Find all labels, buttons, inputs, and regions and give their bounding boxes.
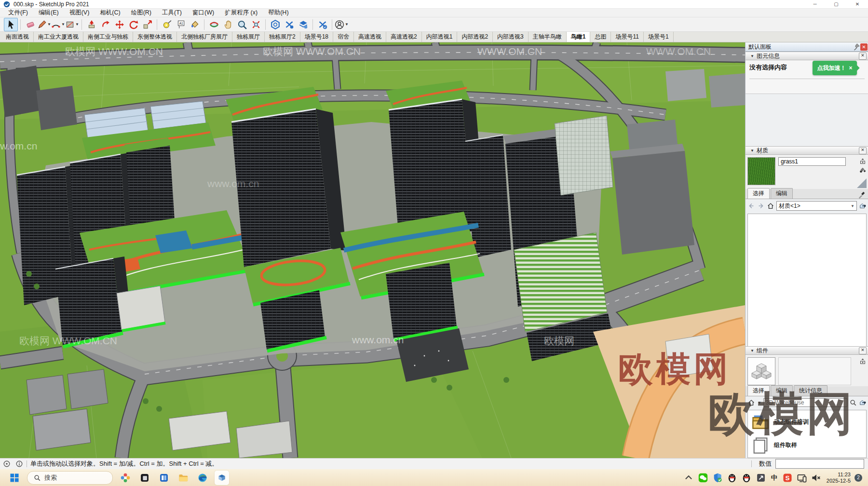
close-button[interactable]: ✕ bbox=[847, 0, 868, 8]
components-close-button[interactable]: ✕ bbox=[859, 347, 867, 354]
defender-icon[interactable] bbox=[712, 472, 723, 484]
components-search-input[interactable] bbox=[763, 398, 847, 407]
photos-app-icon[interactable] bbox=[118, 471, 133, 485]
accelerate-toast[interactable]: 点我加速！ × bbox=[813, 61, 857, 75]
list-item[interactable]: 动态组件培训 bbox=[748, 410, 866, 433]
taskbar-search[interactable]: 搜索 bbox=[27, 471, 113, 485]
chevron-down-icon[interactable]: ▼ bbox=[345, 22, 349, 27]
scene-tab-1[interactable]: 南工业大厦透视 bbox=[34, 32, 83, 42]
forward-arrow-icon[interactable] bbox=[757, 202, 765, 210]
material-name-input[interactable] bbox=[778, 157, 846, 166]
scene-tab-6[interactable]: 独栋展厅2 bbox=[265, 32, 300, 42]
component-preview-thumbnail[interactable] bbox=[747, 357, 775, 385]
scene-tab-9[interactable]: 高速透视 bbox=[354, 32, 386, 42]
components-tab-select[interactable]: 选择 bbox=[747, 385, 770, 396]
menu-item-6[interactable]: 窗口(W) bbox=[187, 9, 219, 17]
paint-bucket-tool-button[interactable] bbox=[188, 18, 202, 31]
orbit-tool-button[interactable] bbox=[207, 18, 221, 31]
components-tab-edit[interactable]: 编辑 bbox=[771, 385, 793, 396]
menu-item-7[interactable]: 扩展程序 (x) bbox=[219, 9, 263, 17]
scene-tab-11[interactable]: 内部透视1 bbox=[422, 32, 458, 42]
scene-tab-18[interactable]: 场景号1 bbox=[644, 32, 674, 42]
volume-muted-icon[interactable] bbox=[811, 472, 822, 484]
pan-tool-button[interactable] bbox=[221, 18, 235, 31]
push-pull-tool-button[interactable] bbox=[84, 18, 98, 31]
eraser-tool-button[interactable] bbox=[23, 18, 37, 31]
materials-tab-edit[interactable]: 编辑 bbox=[771, 188, 793, 199]
start-button[interactable] bbox=[7, 471, 22, 485]
line-tool-button[interactable]: ▼ bbox=[37, 18, 51, 31]
tray-header[interactable]: 默认面板 ✕ bbox=[746, 42, 868, 52]
list-item[interactable]: 组件取样 bbox=[748, 433, 866, 457]
tape-measure-tool-button[interactable] bbox=[160, 18, 174, 31]
wechat-icon[interactable] bbox=[697, 472, 709, 484]
in-model-icon[interactable] bbox=[859, 202, 867, 210]
menu-item-4[interactable]: 绘图(R) bbox=[126, 9, 157, 17]
menu-item-0[interactable]: 文件(F) bbox=[3, 9, 33, 17]
select-tool-button[interactable] bbox=[4, 18, 18, 31]
material-preview-thumbnail[interactable] bbox=[747, 157, 775, 185]
scale-tool-button[interactable] bbox=[140, 18, 154, 31]
create-material-icon[interactable] bbox=[859, 166, 867, 174]
zoom-tool-button[interactable] bbox=[235, 18, 249, 31]
display-secondary-pane-icon[interactable] bbox=[859, 357, 867, 365]
sogou-icon[interactable]: S bbox=[782, 472, 793, 484]
scene-tab-0[interactable]: 南面透视 bbox=[1, 32, 34, 42]
entity-info-header[interactable]: ▼ 图元信息 ✕ bbox=[746, 52, 868, 60]
scene-tab-13[interactable]: 内部透视3 bbox=[493, 32, 529, 42]
plugin-gear-tool-button[interactable] bbox=[315, 18, 329, 31]
materials-header[interactable]: ▼ 材质 ✕ bbox=[746, 146, 868, 155]
home-icon[interactable] bbox=[767, 202, 774, 210]
search-icon[interactable] bbox=[849, 399, 857, 406]
notification-badge[interactable]: 2 bbox=[854, 474, 862, 482]
tray-overflow-icon[interactable] bbox=[683, 472, 694, 484]
in-model-icon[interactable] bbox=[859, 399, 867, 406]
cast-icon[interactable] bbox=[796, 472, 808, 484]
qq-icon[interactable] bbox=[726, 472, 738, 484]
sketchup-app-icon[interactable] bbox=[215, 471, 229, 485]
chevron-down-icon[interactable]: ▼ bbox=[47, 22, 51, 27]
components-list[interactable]: 动态组件培训 组件取样 bbox=[747, 410, 867, 458]
plugin-scissors-tool-button[interactable] bbox=[282, 18, 296, 31]
maximize-button[interactable]: ▢ bbox=[826, 0, 847, 8]
scene-tab-7[interactable]: 场景号18 bbox=[300, 32, 333, 42]
geolocation-icon[interactable] bbox=[3, 460, 11, 468]
edge-browser-icon[interactable] bbox=[195, 471, 210, 485]
menu-item-8[interactable]: 帮助(H) bbox=[263, 9, 294, 17]
materials-collection-dropdown[interactable]: 材质<1> ▼ bbox=[776, 201, 857, 211]
clock[interactable]: 11:23 2025-12-5 bbox=[827, 472, 851, 484]
home-icon[interactable] bbox=[747, 399, 755, 406]
toast-close-icon[interactable]: × bbox=[849, 65, 852, 71]
snip-tool-icon[interactable] bbox=[755, 472, 767, 484]
info-icon[interactable] bbox=[15, 460, 23, 468]
rectangle-tool-button[interactable]: ▼ bbox=[65, 18, 79, 31]
display-secondary-pane-icon[interactable] bbox=[859, 157, 867, 165]
eyedropper-icon[interactable] bbox=[858, 191, 866, 199]
chevron-down-icon[interactable]: ▼ bbox=[61, 22, 65, 27]
scene-tab-16[interactable]: 总图 bbox=[590, 32, 611, 42]
scene-tab-3[interactable]: 东侧整体透视 bbox=[133, 32, 177, 42]
chevron-down-icon[interactable]: ▼ bbox=[75, 22, 79, 27]
zoom-extents-tool-button[interactable] bbox=[249, 18, 263, 31]
scene-tab-17[interactable]: 场景号11 bbox=[611, 32, 643, 42]
minimize-button[interactable]: ─ bbox=[804, 0, 826, 8]
dark-app-icon[interactable] bbox=[137, 471, 152, 485]
account-tool-button[interactable]: ▼ bbox=[335, 18, 349, 31]
tray-close-button[interactable]: ✕ bbox=[860, 43, 868, 51]
menu-item-5[interactable]: 工具(T) bbox=[157, 9, 187, 17]
viewport-3d[interactable]: 欧模网 WWW.OM.CN 欧模网 WWW.OM.CN WWW.OM.CN WW… bbox=[0, 42, 745, 458]
follow-me-tool-button[interactable] bbox=[98, 18, 112, 31]
move-tool-button[interactable] bbox=[112, 18, 126, 31]
materials-tab-select[interactable]: 选择 bbox=[747, 188, 770, 199]
rotate-tool-button[interactable] bbox=[126, 18, 140, 31]
scene-tab-14[interactable]: 主轴半鸟瞰 bbox=[529, 32, 567, 42]
menu-item-1[interactable]: 编辑(E) bbox=[33, 9, 64, 17]
file-explorer-icon[interactable] bbox=[176, 471, 190, 485]
entity-info-close-button[interactable]: ✕ bbox=[859, 53, 867, 60]
blue-app-icon[interactable] bbox=[157, 471, 171, 485]
arc-tool-button[interactable]: ▼ bbox=[51, 18, 65, 31]
menu-item-2[interactable]: 视图(V) bbox=[64, 9, 95, 17]
scene-tab-10[interactable]: 高速透视2 bbox=[386, 32, 422, 42]
scene-tab-8[interactable]: 宿舍 bbox=[333, 32, 354, 42]
qq-icon-2[interactable] bbox=[741, 472, 752, 484]
